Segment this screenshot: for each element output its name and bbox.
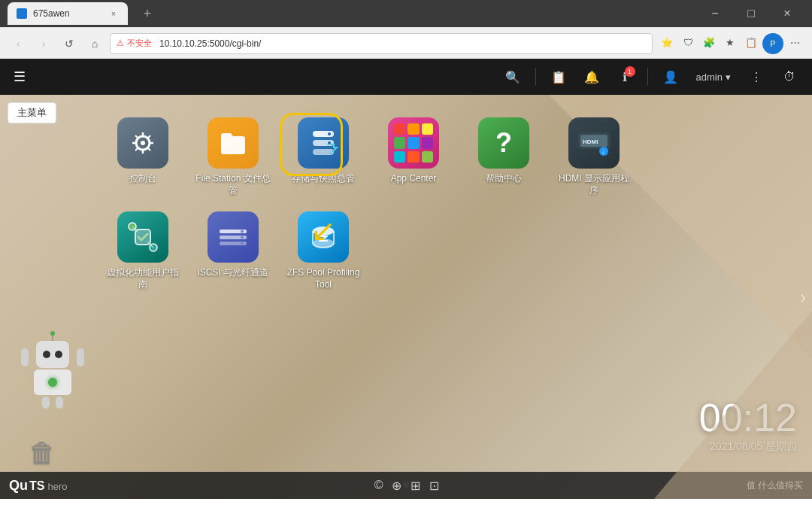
admin-label: admin [696, 71, 723, 83]
forward-button[interactable]: › [33, 33, 54, 54]
logo-qu: Qu [9, 478, 28, 494]
app-app-center[interactable]: App Center [376, 117, 451, 185]
app-storage[interactable]: ↙ 存储与快照总管 [286, 117, 361, 185]
shield-icon[interactable]: 🛡 [678, 33, 698, 53]
qts-navbar: ☰ 🔍 📋 🔔 ℹ 1 👤 admin ▾ ⋮ ⏱ [0, 59, 812, 95]
svg-point-30 [241, 242, 244, 245]
hamburger-menu-button[interactable]: ☰ [9, 64, 30, 90]
svg-line-6 [135, 135, 138, 138]
app-center-icon [388, 117, 439, 169]
mascot-leg-left [42, 397, 50, 409]
maximize-button[interactable]: □ [734, 0, 768, 27]
mascot-torso [34, 369, 71, 395]
hdmi-icon-inner: HDMI ↓ [575, 129, 613, 157]
mascot-arm-left [21, 348, 29, 366]
iscsi-label: iSCSI 与光纤通道 [198, 267, 268, 279]
svg-text:HDMI: HDMI [583, 138, 598, 145]
notifications-button[interactable]: ℹ 1 [611, 63, 638, 90]
home-button[interactable]: ⌂ [84, 33, 105, 54]
bookmark-icon[interactable]: ⭐ [657, 33, 677, 53]
desktop: 主菜单 [0, 95, 812, 499]
tasks-button[interactable]: 📋 [545, 63, 572, 90]
taskbar-icon-1[interactable]: © [374, 479, 383, 493]
security-icon: ⚠ [117, 38, 124, 48]
events-button[interactable]: 🔔 [578, 63, 605, 90]
mascot-antenna [52, 333, 53, 341]
minimize-button[interactable]: − [698, 0, 732, 27]
highlight-border [280, 113, 343, 176]
mascot-body [30, 341, 75, 409]
hdmi-icon: HDMI ↓ [568, 117, 620, 169]
favorites-icon[interactable]: ★ [720, 33, 740, 53]
refresh-button[interactable]: ↺ [59, 33, 80, 54]
admin-menu-button[interactable]: admin ▾ [690, 68, 737, 86]
events-icon: 🔔 [584, 70, 599, 84]
app-help-center[interactable]: ? 帮助中心 [466, 117, 541, 185]
hdmi-label: HDMI 显示应用程序 [556, 173, 632, 196]
close-button[interactable]: × [770, 0, 804, 27]
url-input[interactable]: ⚠ 不安全 10.10.10.25:5000/cgi-bin/ [110, 33, 653, 54]
svg-text:↓: ↓ [601, 147, 605, 155]
main-menu-button[interactable]: 主菜单 [8, 102, 56, 123]
tab-favicon [17, 8, 27, 19]
file-station-icon [208, 117, 259, 169]
tab-close-button[interactable]: × [108, 8, 119, 19]
clock-time: 00:12 [699, 398, 797, 437]
notification-badge: 1 [625, 66, 635, 77]
app-file-station[interactable]: File Station 文件总管 [195, 117, 271, 196]
taskbar-icon-4[interactable]: ⊡ [429, 479, 439, 493]
mascot-eye-left [43, 351, 50, 358]
url-text: 10.10.10.25:5000/cgi-bin/ [159, 38, 261, 49]
taskbar-icon-2[interactable]: ⊕ [392, 479, 401, 493]
app-virtual[interactable]: 虚拟化功能用户指南 [105, 211, 180, 290]
mascot-legs [30, 397, 75, 409]
window-controls: − □ × [698, 0, 804, 27]
app-center-label: App Center [391, 173, 437, 185]
brand-text-2: 值得买 [776, 480, 803, 491]
mascot-light [48, 378, 57, 387]
browser-tab[interactable]: 675awen × [8, 2, 128, 25]
app-iscsi[interactable]: iSCSI 与光纤通道 [195, 211, 271, 279]
arrow-indicator: ↙ [311, 215, 336, 245]
extension-icon[interactable]: 🧩 [699, 33, 719, 53]
quts-logo: QuTShero [9, 478, 67, 494]
help-question-mark: ? [495, 129, 512, 157]
virtual-label: 虚拟化功能用户指南 [105, 267, 180, 290]
search-icon: 🔍 [505, 70, 520, 84]
iscsi-icon [208, 211, 259, 263]
more-options-icon[interactable]: ⋯ [785, 33, 804, 53]
mascot-leg-right [56, 397, 63, 409]
more-icon: ⋮ [750, 70, 762, 84]
user-avatar-icon: 👤 [663, 70, 678, 84]
logo-hero: hero [47, 481, 67, 492]
profile-button[interactable]: P [762, 33, 783, 54]
next-page-arrow[interactable]: › [800, 287, 806, 308]
title-bar: 675awen × + − □ × [0, 0, 812, 27]
tasks-icon: 📋 [551, 70, 566, 84]
search-button[interactable]: 🔍 [499, 63, 526, 90]
more-options-button[interactable]: ⋮ [743, 63, 770, 90]
help-center-label: 帮助中心 [486, 173, 522, 185]
svg-point-1 [141, 141, 145, 145]
bottom-icons: © ⊕ ⊞ ⊡ [374, 479, 440, 493]
help-center-icon: ? [478, 117, 529, 169]
trash-icon[interactable]: 🗑 [29, 437, 56, 469]
user-icon: 👤 [657, 63, 684, 90]
new-tab-button[interactable]: + [137, 3, 158, 24]
browser-actions: ⭐ 🛡 🧩 ★ 📋 P ⋯ [657, 33, 804, 54]
activity-button[interactable]: ⏱ [776, 63, 803, 90]
apps-container: 控制台 File Station 文件总管 [105, 117, 767, 306]
security-label: 不安全 [127, 38, 152, 49]
activity-icon: ⏱ [783, 70, 795, 84]
taskbar-icon-3[interactable]: ⊞ [411, 479, 420, 493]
control-panel-label: 控制台 [129, 173, 156, 185]
svg-line-8 [147, 135, 150, 138]
back-button[interactable]: ‹ [8, 33, 29, 54]
app-hdmi[interactable]: HDMI ↓ HDMI 显示应用程序 [556, 117, 632, 196]
collections-icon[interactable]: 📋 [741, 33, 761, 53]
file-station-label: File Station 文件总管 [195, 173, 271, 196]
svg-line-7 [147, 147, 150, 151]
apps-row-2: 虚拟化功能用户指南 iSCSI 与光纤通道 [105, 211, 767, 290]
apps-row-1: 控制台 File Station 文件总管 [105, 117, 767, 196]
app-control-panel[interactable]: 控制台 [105, 117, 180, 185]
